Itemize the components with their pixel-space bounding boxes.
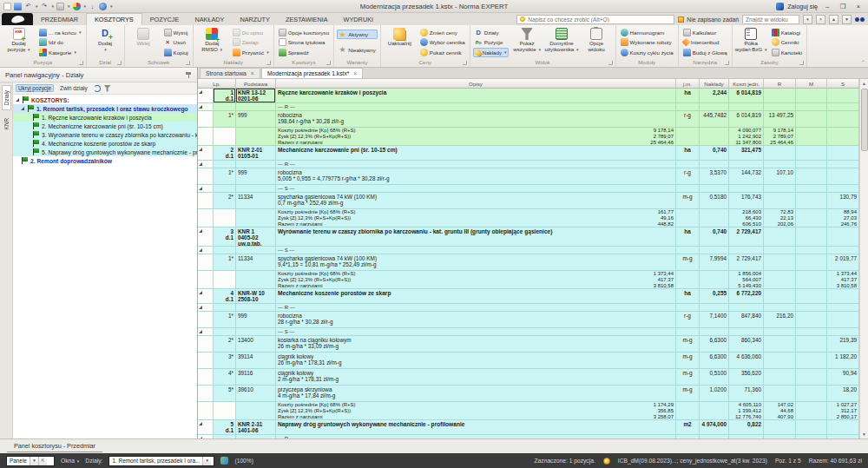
find-scope-dropdown-icon[interactable]: ▾ [803,15,812,24]
grid-row-pos[interactable]: 3d.1KNR 10405-02uw.p.tab.Wyrównanie tere… [198,227,859,247]
restore-button[interactable]: Przywróć▾ [231,48,271,57]
scroll-down-icon[interactable]: ▼ [862,430,866,438]
user-defaults-button[interactable]: Domyślneużytkownika ▾ [546,26,578,58]
completed-works-button[interactable]: Wykonane roboty [619,37,675,47]
column-header-r[interactable]: R [764,79,796,88]
help-icon[interactable] [99,3,107,10]
estimate-options-button[interactable]: Opcje kosztorysu [277,28,331,37]
expand-icon[interactable] [199,437,202,438]
expand-icon[interactable] [199,162,202,166]
ribbon-tab[interactable]: PRZEDMIAR [33,13,86,25]
calculator-button[interactable]: Kalkulator [681,28,729,37]
tree-item[interactable]: KOSZTORYS: [13,96,197,104]
filter-icon[interactable] [104,85,111,92]
find-input[interactable] [746,16,796,23]
binoculars-icon[interactable] [855,17,865,22]
check-button[interactable]: Sprawdź [277,48,331,57]
options-dropdown-icon[interactable]: ▾ [84,3,87,9]
close-icon[interactable]: × [353,70,357,76]
expand-icon[interactable] [199,90,202,94]
expand-icon[interactable] [16,98,19,102]
document-tab[interactable]: Modernizacja przesadek 1.kstx*× [261,68,364,78]
find-next-icon[interactable]: ▼ [842,15,852,24]
side-tab-knr[interactable]: KNR [2,113,11,135]
save-icon[interactable] [14,3,22,10]
close-button[interactable]: × [852,2,865,11]
view-options-button[interactable]: Opcjewidoku [581,26,613,58]
document-tab[interactable]: Strona startowa× [200,68,260,78]
bottom-panel-tab[interactable]: Panel kosztorysu - Przedmiar [7,440,102,452]
panels-combo[interactable]: Panele▼⇱ [6,456,55,466]
grid-row-sum[interactable]: Koszty pośrednie [Kp] 68% (R+S)9 178,14Z… [198,128,859,146]
restore-button[interactable]: ❐ [837,2,849,11]
grid-row-rms[interactable]: 3*39114ciągnik kołowy26 m-g/ha * 178,31 … [198,353,859,369]
add-section-button[interactable]: D Dodaj▾ [89,26,122,58]
grid-row-rms[interactable]: 2*11334spycharka gąsienicowa 74 kW (100 … [198,193,859,209]
price-lists-button[interactable]: Cenniki [770,37,804,47]
redo-icon[interactable]: ↷ [41,3,49,10]
undo-icon[interactable]: ↶ [24,3,32,10]
ribbon-tab[interactable]: KOSZTORYS [86,13,142,25]
column-header-m[interactable]: M [796,79,827,88]
column-header-koszt-jedn[interactable]: Koszt jedn. [729,79,764,88]
qat-customize-icon[interactable]: ▾ [110,3,113,9]
quick-search[interactable] [516,15,674,24]
ribbon-tab[interactable]: WYDRUKI [336,13,381,25]
inactive-variant-button[interactable]: ★Nieaktywny [337,45,378,55]
tree-item[interactable]: 1. Remont tarlisk, przesadek I oraz staw… [13,104,197,113]
copy-button[interactable]: Kopiuj [162,48,190,57]
grid-row-sec[interactable]: — R — [198,103,859,111]
pin-icon[interactable] [186,71,192,79]
column-header-s[interactable]: S [827,79,859,88]
grid-row-sec[interactable]: — S — [198,185,859,193]
add-position-button[interactable]: Dodajpozycję ▾ [3,26,35,58]
ribbon-tab[interactable]: NARZUTY [232,13,277,25]
tree-item[interactable]: 2. Remont doprowadzalników [13,156,197,165]
go-to-button[interactable]: Idź do [37,37,83,47]
view-positions-button[interactable]: PoPozycje [473,37,509,47]
collapse-ribbon-icon[interactable]: ⌃ [861,59,865,65]
tasks-status[interactable]: Nie zapisano zadań [678,16,739,23]
chevron-down-icon[interactable]: ▼ [202,457,211,465]
dialog-launcher-icon[interactable] [117,61,122,65]
dialog-launcher-icon[interactable] [463,61,467,65]
zoom-icon[interactable] [220,457,228,465]
lifecycle-costs-button[interactable]: Koszty cyklu życia [619,48,675,57]
grid-row-sec[interactable]: — R — [198,304,859,312]
expand-icon[interactable] [199,330,202,333]
to-description-button[interactable]: Do opisu [231,28,271,37]
windows-menu[interactable]: Okna ▾ [61,458,79,464]
grid-row-sec[interactable]: — R — [198,435,859,438]
view-sections-button[interactable]: DDziały [473,28,509,37]
grid-row-rms[interactable]: 1*999robocizna5,005 * 0,955 = 4,779775 r… [198,168,859,185]
grid-row-sum[interactable]: Koszty pośrednie [Kp] 68% (R+S)1 373,44Z… [198,271,859,289]
side-tab-dzialy[interactable]: Działy [2,85,11,110]
find-box[interactable] [742,15,799,24]
intercenbud-button[interactable]: Intercenbud [681,37,729,47]
expand-icon[interactable] [199,148,202,151]
bzg-shelf-button[interactable]: Półkawydań BzG ▾ [735,26,767,58]
tree-item[interactable]: 5. Naprawy dróg gruntowych wykonywane me… [13,148,197,156]
collapse-sections-button[interactable]: Zwiń działy [57,84,90,92]
ribbon-tab[interactable]: NAKŁADY [187,13,232,25]
grid-row-pos[interactable]: 2d.1KNR 2-010105-01Mechaniczne karczowan… [198,146,859,161]
new-file-icon[interactable] [3,3,11,10]
schedule-button[interactable]: Harmonogram [619,28,675,37]
import-icon[interactable]: ↓ [89,3,96,10]
change-prices-button[interactable]: Zmień ceny [418,28,467,37]
redo-dropdown-icon[interactable]: ▾ [52,3,55,9]
replace-button[interactable]: Zastąp [231,37,271,47]
dialog-launcher-icon[interactable] [799,61,804,65]
options-icon[interactable] [73,3,81,10]
grid-row-sec[interactable]: — R — [198,161,859,168]
expand-icon[interactable] [199,187,202,190]
column-header-opisy[interactable]: Opisy [276,79,676,88]
hide-positions-button[interactable]: Ukryj pozycje [16,84,54,92]
expand-icon[interactable] [199,291,202,294]
delete-button[interactable]: ×Usuń [162,37,190,47]
print-icon[interactable] [56,3,64,10]
sections-combo[interactable]: 1. Remont tarlisk, przesadek I ora...▼ [108,456,214,466]
grid-row-rms[interactable]: 4*39116ciągnik kołowy2 m-g/ha * 178,31 z… [198,369,859,386]
refresh-icon[interactable] [94,85,101,92]
dialog-launcher-icon[interactable] [266,61,271,65]
